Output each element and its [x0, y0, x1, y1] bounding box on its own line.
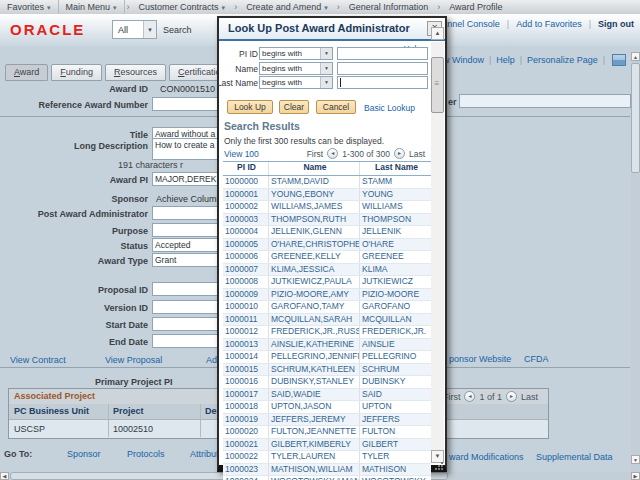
sponsor-website-link[interactable]: ponsor Website [449, 354, 511, 364]
result-name-cell[interactable]: MCQUILLAN,SARAH [268, 314, 359, 326]
result-pi-id-cell[interactable]: 1000014 [223, 351, 268, 363]
multi-window-icon[interactable] [612, 54, 626, 66]
goto-attributes-link[interactable]: Attribut [190, 449, 219, 459]
result-name-cell[interactable]: TYLER,LAUREN [268, 451, 359, 463]
crumb-create-and-amend[interactable]: Create and Amend▾ [239, 0, 335, 14]
project-cell[interactable]: 10002510 [113, 424, 153, 434]
result-name-cell[interactable]: GREENEE,KELLY [268, 251, 359, 263]
goto-protocols-link[interactable]: Protocols [127, 449, 165, 459]
vertical-scrollbar-thumb[interactable] [631, 63, 640, 173]
right-field-input[interactable] [459, 94, 631, 108]
look-up-button[interactable]: Look Up [227, 100, 273, 114]
result-last-name-cell[interactable]: O'HARE [359, 239, 431, 251]
help-link[interactable]: Help [496, 55, 515, 65]
result-name-cell[interactable]: FREDERICK,JR.,RUSSELL [268, 326, 359, 338]
scroll-up-icon[interactable]: ▲ [631, 52, 640, 61]
tab-funding[interactable]: Funding [51, 64, 102, 81]
result-last-name-cell[interactable]: FULTON [359, 426, 431, 438]
result-name-cell[interactable]: DUBINSKY,STANLEY [268, 376, 359, 388]
result-name-cell[interactable]: JEFFERS,JEREMY [268, 414, 359, 426]
result-last-name-cell[interactable]: GAROFANO [359, 301, 431, 313]
scroll-left-icon[interactable]: ◀ [0, 472, 9, 480]
search-scope-select[interactable]: All ▼ [112, 20, 157, 39]
result-pi-id-cell[interactable]: 1000023 [223, 464, 268, 476]
result-pi-id-cell[interactable]: 1000019 [223, 414, 268, 426]
crumb-award-profile[interactable]: Award Profile [442, 0, 509, 14]
view-proposal-link[interactable]: View Proposal [105, 355, 162, 365]
result-pi-id-cell[interactable]: 1000007 [223, 264, 268, 276]
result-last-name-cell[interactable]: UPTON [359, 401, 431, 413]
result-pi-id-cell[interactable]: 1000013 [223, 339, 268, 351]
result-pi-id-cell[interactable]: 1000009 [223, 289, 268, 301]
pi-id-operator-select[interactable]: begins with ▼ [259, 47, 333, 60]
result-last-name-cell[interactable]: YOUNG [359, 189, 431, 201]
result-pi-id-cell[interactable]: 1000016 [223, 376, 268, 388]
name-input[interactable] [337, 62, 428, 75]
result-name-cell[interactable]: WILLIAMS,JAMES [268, 201, 359, 213]
result-name-cell[interactable]: PELLEGRINO,JENNIFER [268, 351, 359, 363]
tab-award[interactable]: Award [5, 64, 48, 81]
pi-id-input[interactable] [337, 47, 428, 60]
result-name-cell[interactable]: JUTKIEWICZ,PAULA [268, 276, 359, 288]
add-to-favorites-link[interactable]: Add to Favorites [516, 19, 582, 29]
cancel-button[interactable]: Cancel [316, 100, 356, 114]
modal-vertical-scrollbar[interactable]: ▲ ▼ [431, 42, 444, 463]
result-last-name-cell[interactable]: DUBINSKY [359, 376, 431, 388]
result-last-name-cell[interactable]: JELLENIK [359, 226, 431, 238]
result-name-cell[interactable]: SAID,WADIE [268, 389, 359, 401]
result-name-cell[interactable]: UPTON,JASON [268, 401, 359, 413]
crumb-customer-contracts[interactable]: Customer Contracts▾ [132, 0, 233, 14]
result-pi-id-cell[interactable]: 1000003 [223, 214, 268, 226]
crumb-general-information[interactable]: General Information [342, 0, 436, 14]
result-pi-id-cell[interactable]: 1000021 [223, 439, 268, 451]
result-name-cell[interactable]: YOUNG,EBONY [268, 189, 359, 201]
result-last-name-cell[interactable]: GREENEE [359, 251, 431, 263]
result-name-cell[interactable]: THOMPSON,RUTH [268, 214, 359, 226]
result-last-name-cell[interactable]: SCHRUM [359, 364, 431, 376]
result-pi-id-cell[interactable]: 1000002 [223, 201, 268, 213]
result-last-name-cell[interactable]: GILBERT [359, 439, 431, 451]
result-pi-id-cell[interactable]: 1000024 [223, 476, 268, 480]
last-label[interactable]: Last [521, 392, 538, 402]
result-name-cell[interactable]: PIZIO-MOORE,AMY [268, 289, 359, 301]
last-name-operator-select[interactable]: begins with ▼ [259, 76, 333, 89]
first-label[interactable]: First [307, 149, 324, 159]
result-pi-id-cell[interactable]: 1000010 [223, 301, 268, 313]
scroll-down-icon[interactable]: ▼ [631, 455, 640, 464]
sign-out-link[interactable]: Sign out [598, 19, 634, 29]
name-operator-select[interactable]: begins with ▼ [259, 62, 333, 75]
result-last-name-cell[interactable]: TYLER [359, 451, 431, 463]
result-last-name-cell[interactable]: THOMPSON [359, 214, 431, 226]
result-pi-id-cell[interactable]: 1000015 [223, 364, 268, 376]
scroll-up-icon[interactable]: ▲ [431, 27, 444, 40]
clear-button[interactable]: Clear [279, 100, 309, 114]
result-last-name-cell[interactable]: PELLEGRINO [359, 351, 431, 363]
modal-scrollbar-thumb[interactable] [431, 57, 444, 113]
result-last-name-cell[interactable]: WILLIAMS [359, 201, 431, 213]
next-page-icon[interactable]: ▸ [506, 391, 517, 402]
result-last-name-cell[interactable]: KLIMA [359, 264, 431, 276]
resize-grip-icon[interactable] [434, 461, 443, 470]
personalize-page-link[interactable]: Personalize Page [527, 55, 598, 65]
result-last-name-cell[interactable]: JUTKIEWICZ [359, 276, 431, 288]
result-pi-id-cell[interactable]: 1000022 [223, 451, 268, 463]
result-last-name-cell[interactable]: SAID [359, 389, 431, 401]
result-pi-id-cell[interactable]: 1000020 [223, 426, 268, 438]
result-pi-id-cell[interactable]: 1000017 [223, 389, 268, 401]
last-name-input[interactable] [337, 76, 428, 89]
result-name-cell[interactable]: O'HARE,CHRISTOPHER [268, 239, 359, 251]
result-name-cell[interactable]: KLIMA,JESSICA [268, 264, 359, 276]
goto-sponsor-link[interactable]: Sponsor [67, 449, 101, 459]
basic-lookup-link[interactable]: Basic Lookup [364, 103, 415, 113]
view-contract-link[interactable]: View Contract [10, 355, 66, 365]
result-pi-id-cell[interactable]: 1000000 [223, 176, 268, 188]
result-name-cell[interactable]: MATHISON,WILLIAM [268, 464, 359, 476]
result-name-cell[interactable]: GILBERT,KIMBERLY [268, 439, 359, 451]
result-pi-id-cell[interactable]: 1000012 [223, 326, 268, 338]
view-100-link[interactable]: View 100 [224, 149, 259, 159]
result-last-name-cell[interactable]: MCQUILLAN [359, 314, 431, 326]
favorites-menu[interactable]: Favorites▾ [0, 0, 59, 14]
result-last-name-cell[interactable]: STAMM [359, 176, 431, 188]
award-modifications-link[interactable]: ward Modifications [449, 452, 524, 462]
result-pi-id-cell[interactable]: 1000001 [223, 189, 268, 201]
